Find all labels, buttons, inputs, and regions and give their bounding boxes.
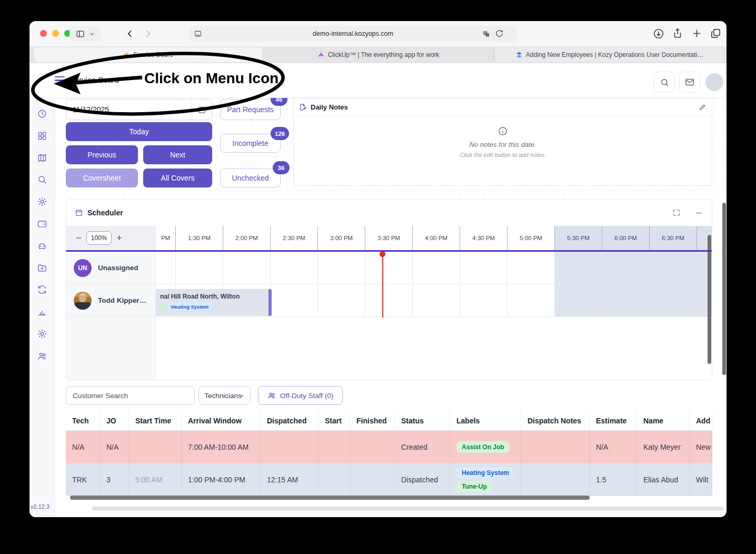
reader-icon[interactable] [194,29,202,38]
schedule-cell[interactable] [602,284,649,316]
scheduler-vertical-scrollbar[interactable] [708,235,711,364]
all-covers-button[interactable]: All Covers [143,169,212,187]
translate-icon[interactable] [482,30,490,38]
zoom-in-button[interactable]: + [116,232,122,244]
share-icon[interactable] [672,27,683,39]
schedule-cell[interactable] [649,252,697,284]
table-header-cell[interactable]: Add [690,411,712,431]
table-horizontal-scrollbar[interactable] [70,496,590,500]
notes-empty-title: No notes for this date. [294,141,712,149]
table-header-cell[interactable]: Start Time [129,411,182,431]
schedule-cell[interactable] [270,252,317,284]
edit-icon[interactable] [699,103,707,111]
table-header-cell[interactable]: Status [395,411,450,431]
car-icon[interactable] [37,241,47,251]
schedule-cell[interactable] [317,252,365,284]
resource-row-unassigned[interactable]: UN Unassigned [66,252,155,284]
schedule-cell[interactable] [554,252,602,284]
label-tag: Tune-Up [456,481,492,492]
schedule-cell[interactable] [554,284,602,316]
schedule-cell[interactable] [223,252,270,284]
header-mail-button[interactable] [679,72,700,93]
sidebar-toggle-button[interactable] [69,26,101,41]
table-header-cell[interactable]: Dispatched [261,411,319,431]
schedule-event[interactable]: nal Hill Road North, Wilton Heating Syst… [155,289,272,316]
schedule-cell[interactable] [649,284,697,316]
expand-icon[interactable] [672,209,681,217]
technicians-select[interactable]: Technicians [198,386,251,405]
schedule-cell[interactable] [270,284,317,316]
schedule-cell[interactable] [507,284,554,316]
coversheet-button[interactable]: Coversheet [66,169,138,187]
table-row[interactable]: TRK35:00 AM1:00 PM-4:00 PM12:15 AMDispat… [66,463,712,496]
off-duty-staff-button[interactable]: Off-Duty Staff (0) [258,386,343,405]
search-icon[interactable] [37,174,47,185]
address-bar[interactable]: demo-internal.kozyops.com [188,26,518,42]
downloads-icon[interactable] [653,28,664,39]
unchecked-button[interactable]: Unchecked [220,169,281,187]
page-horizontal-scrollbar[interactable] [92,507,724,511]
tab-documentation[interactable]: Adding New Employees | Kozy Operations U… [495,47,723,62]
tab-clickup[interactable]: ClickUp™ | The everything app for work [264,47,492,62]
tab-service-board[interactable]: Service Board [34,47,262,62]
menu-icon[interactable] [55,76,65,85]
schedule-cell[interactable] [602,252,649,284]
schedule-cell[interactable] [412,284,460,316]
wallet-icon[interactable] [37,219,47,229]
date-picker-field[interactable]: 11/12/2025 [66,99,212,120]
schedule-cell[interactable] [156,252,175,284]
schedule-cell[interactable] [365,284,412,316]
close-window-button[interactable] [40,30,47,37]
scheduler-card: Scheduler − 100% + PM1:30 PM2:00 PM2:30 … [66,199,712,380]
calendar-icon[interactable] [192,100,212,120]
mail-icon [684,77,695,87]
schedule-cell[interactable] [507,252,554,284]
reload-icon[interactable] [495,29,504,38]
next-button[interactable]: Next [143,145,212,164]
user-avatar[interactable] [705,73,723,91]
grid-icon[interactable] [37,131,47,141]
forward-button[interactable] [143,28,153,39]
table-header-cell[interactable]: Arrival Window [182,411,261,431]
table-header-cell[interactable]: JO [100,411,129,431]
collapse-icon[interactable] [694,209,703,217]
window-vertical-scrollbar[interactable] [722,203,726,375]
minimize-window-button[interactable] [52,30,59,37]
team-icon[interactable] [37,351,47,361]
gear-icon[interactable] [37,196,47,207]
header-search-button[interactable] [654,72,675,93]
zoom-out-button[interactable]: − [76,232,82,244]
folder-plus-icon[interactable] [37,263,47,273]
new-tab-icon[interactable] [691,27,703,39]
bar-chart-icon[interactable] [37,306,47,317]
table-header-cell[interactable]: Finished [350,411,395,431]
table-cell-labels: Assist On Job [450,431,521,463]
map-icon[interactable] [37,153,47,163]
clock-icon[interactable] [37,108,47,119]
table-row[interactable]: N/AN/A7:00 AM-10:00 AMCreatedAssist On J… [66,431,712,463]
schedule-cell[interactable] [460,252,507,284]
today-button[interactable]: Today [66,122,212,141]
back-button[interactable] [125,28,135,39]
sync-icon[interactable] [37,284,47,295]
resource-row-todd[interactable]: Todd Kipper… [66,284,155,317]
previous-button[interactable]: Previous [66,145,138,164]
customer-search-input[interactable] [66,386,195,405]
schedule-lane-unassigned [156,252,712,284]
schedule-cell[interactable] [460,284,507,316]
table-header-cell[interactable]: Start [319,411,350,431]
table-cell-dispatched: 12:15 AM [261,463,319,496]
schedule-cell[interactable] [412,252,460,284]
table-header-cell[interactable]: Dispatch Notes [521,411,590,431]
table-header-cell[interactable]: Labels [450,411,521,431]
table-header-cell[interactable]: Estimate [590,411,637,431]
table-header-cell[interactable]: Tech [66,411,100,431]
zoom-level[interactable]: 100% [86,231,112,245]
event-resize-handle[interactable] [268,289,272,316]
schedule-cell[interactable] [175,252,223,284]
schedule-cell[interactable] [365,252,412,284]
table-header-cell[interactable]: Name [637,411,690,431]
tab-overview-icon[interactable] [710,27,722,39]
gear-icon-2[interactable] [37,329,47,339]
schedule-cell[interactable] [317,284,365,316]
